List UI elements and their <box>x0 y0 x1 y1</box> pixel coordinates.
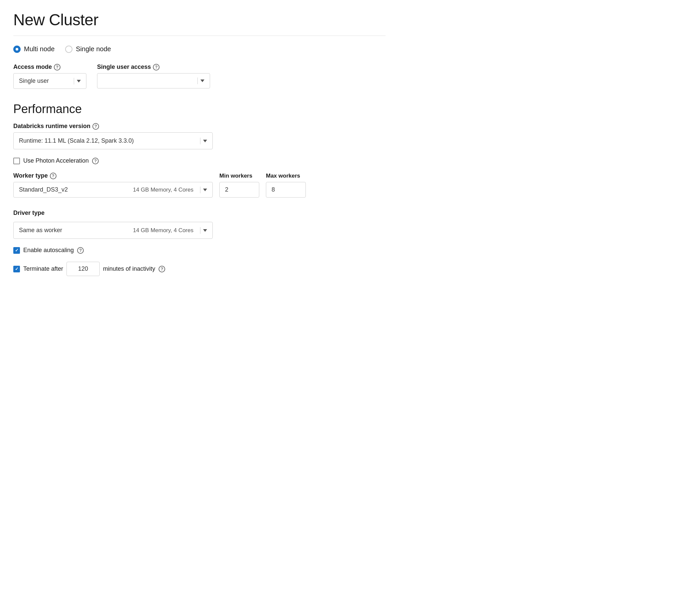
chevron-down-icon-5 <box>203 229 207 232</box>
worker-type-row: Worker type ? Standard_DS3_v2 14 GB Memo… <box>13 172 386 198</box>
multi-node-label: Multi node <box>24 45 54 53</box>
runtime-label: Databricks runtime version ? <box>13 123 386 130</box>
access-mode-select[interactable]: Single user <box>13 73 86 89</box>
single-node-radio[interactable] <box>65 46 73 53</box>
page-title: New Cluster <box>13 11 386 29</box>
terminate-row: Terminate after minutes of inactivity ? <box>13 262 386 276</box>
multi-node-option[interactable]: Multi node <box>13 45 54 53</box>
access-mode-row: Access mode ? Single user Single user ac… <box>13 64 386 89</box>
terminate-checkbox[interactable] <box>13 266 20 272</box>
worker-type-help-icon[interactable]: ? <box>50 172 56 179</box>
autoscaling-help-icon[interactable]: ? <box>77 247 84 254</box>
min-workers-input[interactable] <box>219 182 259 198</box>
single-user-help-icon[interactable]: ? <box>153 64 160 71</box>
multi-node-radio[interactable] <box>13 46 20 53</box>
single-node-label: Single node <box>76 45 111 53</box>
worker-type-label: Worker type ? <box>13 172 213 179</box>
access-mode-group: Access mode ? Single user <box>13 64 86 89</box>
terminate-input[interactable] <box>67 262 100 276</box>
chevron-down-icon <box>77 80 81 82</box>
driver-type-label: Driver type <box>13 209 386 216</box>
single-user-access-group: Single user access ? <box>97 64 210 89</box>
max-workers-label: Max workers <box>266 172 306 179</box>
photon-row: Use Photon Acceleration ? <box>13 157 386 164</box>
chevron-down-icon-4 <box>203 189 207 191</box>
performance-title: Performance <box>13 102 386 116</box>
chevron-down-icon-3 <box>203 140 207 142</box>
photon-checkbox[interactable] <box>13 158 20 164</box>
single-user-access-select[interactable] <box>97 73 210 88</box>
min-workers-label: Min workers <box>219 172 259 179</box>
driver-type-select[interactable]: Same as worker 14 GB Memory, 4 Cores <box>13 222 213 239</box>
driver-type-field: Driver type Same as worker 14 GB Memory,… <box>13 209 386 239</box>
max-workers-group: Max workers <box>266 172 306 198</box>
select-divider-4 <box>200 187 201 193</box>
max-workers-input[interactable] <box>266 182 306 198</box>
driver-select-right: 14 GB Memory, 4 Cores <box>133 227 207 234</box>
title-divider <box>13 36 386 36</box>
min-workers-group: Min workers <box>219 172 259 198</box>
single-node-option[interactable]: Single node <box>65 45 111 53</box>
terminate-prefix: Terminate after <box>23 265 63 272</box>
photon-label: Use Photon Acceleration <box>23 157 89 164</box>
runtime-help-icon[interactable]: ? <box>92 123 99 130</box>
node-type-row: Multi node Single node <box>13 45 386 53</box>
select-divider-5 <box>200 227 201 234</box>
terminate-suffix: minutes of inactivity <box>103 265 155 272</box>
select-divider <box>74 78 74 84</box>
autoscaling-label: Enable autoscaling <box>23 247 74 254</box>
autoscaling-checkbox[interactable] <box>13 247 20 254</box>
worker-type-select[interactable]: Standard_DS3_v2 14 GB Memory, 4 Cores <box>13 182 213 198</box>
single-user-access-label: Single user access ? <box>97 64 210 71</box>
autoscaling-row: Enable autoscaling ? <box>13 247 386 254</box>
terminate-help-icon[interactable]: ? <box>159 266 165 272</box>
select-divider-2 <box>198 78 198 84</box>
access-mode-label: Access mode ? <box>13 64 86 71</box>
worker-type-group: Worker type ? Standard_DS3_v2 14 GB Memo… <box>13 172 213 198</box>
select-divider-3 <box>200 138 201 144</box>
photon-help-icon[interactable]: ? <box>92 158 99 164</box>
access-mode-help-icon[interactable]: ? <box>54 64 60 71</box>
chevron-down-icon-2 <box>201 79 205 82</box>
runtime-field: Databricks runtime version ? Runtime: 11… <box>13 123 386 149</box>
runtime-select[interactable]: Runtime: 11.1 ML (Scala 2.12, Spark 3.3.… <box>13 132 213 149</box>
